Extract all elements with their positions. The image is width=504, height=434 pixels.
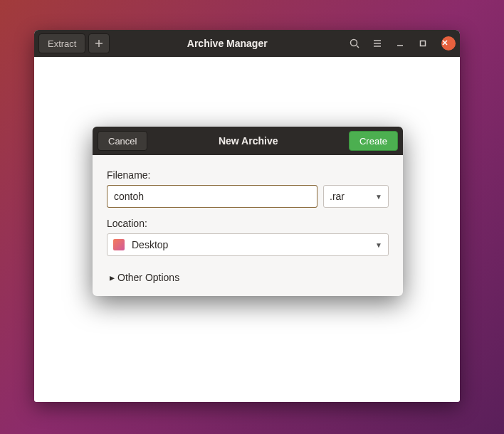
add-files-button[interactable] <box>88 33 110 53</box>
svg-rect-1 <box>421 41 426 46</box>
cancel-button[interactable]: Cancel <box>98 131 147 151</box>
chevron-down-icon: ▼ <box>375 241 382 249</box>
new-archive-dialog: Cancel New Archive Create Filename: .rar… <box>93 127 403 296</box>
svg-point-0 <box>351 40 357 46</box>
other-options-label: Other Options <box>117 272 179 283</box>
maximize-icon <box>419 40 426 47</box>
filename-row: .rar ▼ <box>107 185 389 208</box>
dialog-title: New Archive <box>147 135 349 147</box>
dialog-body: Filename: .rar ▼ Location: Desktop ▼ ▸ O… <box>93 155 403 296</box>
close-button[interactable] <box>441 36 456 51</box>
headerbar: Extract Archive Manager <box>34 30 460 57</box>
location-label: Location: <box>107 218 389 229</box>
dialog-header: Cancel New Archive Create <box>93 127 403 155</box>
filename-input[interactable] <box>107 185 317 208</box>
close-icon <box>441 39 448 46</box>
headerbar-right <box>345 33 456 53</box>
window-title: Archive Manager <box>114 38 340 49</box>
maximize-button[interactable] <box>413 33 433 53</box>
chevron-right-icon: ▸ <box>110 272 115 283</box>
other-options-expander[interactable]: ▸ Other Options <box>107 272 389 283</box>
menu-button[interactable] <box>367 33 387 53</box>
hamburger-icon <box>372 38 382 48</box>
folder-icon <box>113 239 125 250</box>
minimize-button[interactable] <box>390 33 410 53</box>
location-select[interactable]: Desktop ▼ <box>107 233 389 256</box>
create-button[interactable]: Create <box>349 131 398 151</box>
chevron-down-icon: ▼ <box>375 193 382 201</box>
extension-value: .rar <box>330 191 345 202</box>
headerbar-left: Extract <box>38 33 110 53</box>
extension-select[interactable]: .rar ▼ <box>323 185 389 208</box>
extract-button[interactable]: Extract <box>38 33 85 53</box>
filename-label: Filename: <box>107 169 389 181</box>
location-value: Desktop <box>132 239 168 250</box>
minimize-icon <box>397 40 404 47</box>
plus-icon <box>95 39 103 48</box>
search-icon <box>350 38 359 48</box>
search-button[interactable] <box>345 33 364 53</box>
